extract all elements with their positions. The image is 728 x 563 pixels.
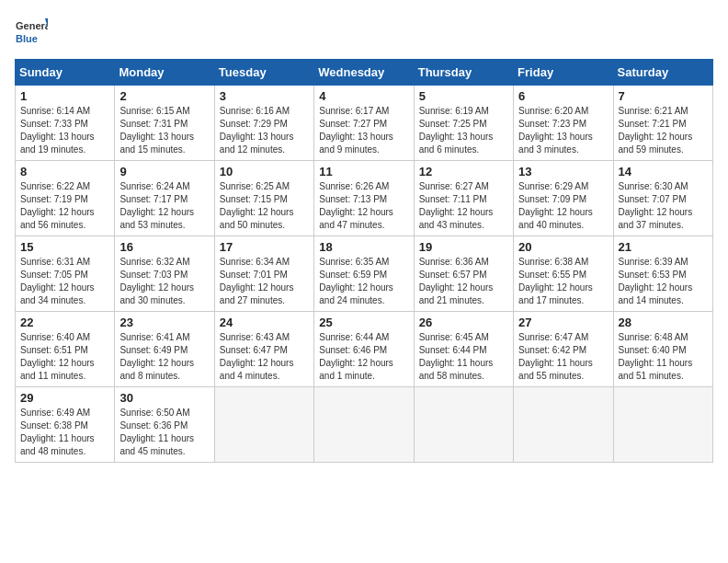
svg-text:General: General (16, 20, 48, 31)
week-row-1: 1Sunrise: 6:14 AM Sunset: 7:33 PM Daylig… (16, 86, 713, 161)
day-cell (314, 387, 414, 463)
day-number: 20 (518, 240, 608, 254)
day-number: 8 (20, 165, 109, 178)
day-info: Sunrise: 6:34 AM Sunset: 7:01 PM Dayligh… (220, 256, 309, 307)
day-info: Sunrise: 6:24 AM Sunset: 7:17 PM Dayligh… (119, 180, 209, 232)
day-number: 6 (518, 89, 608, 103)
col-header-friday: Friday (514, 60, 613, 86)
day-cell: 14Sunrise: 6:30 AM Sunset: 7:07 PM Dayli… (613, 161, 712, 236)
day-cell: 15Sunrise: 6:31 AM Sunset: 7:05 PM Dayli… (16, 236, 115, 312)
day-cell: 20Sunrise: 6:38 AM Sunset: 6:55 PM Dayli… (514, 236, 613, 312)
day-cell: 26Sunrise: 6:45 AM Sunset: 6:44 PM Dayli… (414, 312, 513, 387)
day-info: Sunrise: 6:22 AM Sunset: 7:19 PM Dayligh… (20, 180, 109, 232)
day-info: Sunrise: 6:35 AM Sunset: 6:59 PM Dayligh… (319, 256, 408, 307)
day-number: 3 (220, 89, 309, 103)
day-info: Sunrise: 6:25 AM Sunset: 7:15 PM Dayligh… (220, 180, 309, 232)
day-info: Sunrise: 6:29 AM Sunset: 7:09 PM Dayligh… (518, 180, 608, 232)
day-number: 2 (119, 89, 209, 103)
day-number: 13 (518, 165, 608, 178)
day-info: Sunrise: 6:32 AM Sunset: 7:03 PM Dayligh… (119, 256, 209, 307)
day-cell (414, 387, 513, 463)
day-info: Sunrise: 6:15 AM Sunset: 7:31 PM Dayligh… (119, 105, 209, 156)
day-cell: 5Sunrise: 6:19 AM Sunset: 7:25 PM Daylig… (414, 86, 513, 161)
day-cell: 25Sunrise: 6:44 AM Sunset: 6:46 PM Dayli… (314, 312, 414, 387)
day-cell: 11Sunrise: 6:26 AM Sunset: 7:13 PM Dayli… (314, 161, 414, 236)
day-cell: 22Sunrise: 6:40 AM Sunset: 6:51 PM Dayli… (16, 312, 115, 387)
week-row-4: 22Sunrise: 6:40 AM Sunset: 6:51 PM Dayli… (16, 312, 713, 387)
day-cell: 17Sunrise: 6:34 AM Sunset: 7:01 PM Dayli… (214, 236, 313, 312)
day-cell: 27Sunrise: 6:47 AM Sunset: 6:42 PM Dayli… (514, 312, 613, 387)
day-number: 5 (419, 89, 508, 103)
day-info: Sunrise: 6:21 AM Sunset: 7:21 PM Dayligh… (619, 105, 708, 156)
day-number: 29 (20, 391, 109, 405)
day-cell: 7Sunrise: 6:21 AM Sunset: 7:21 PM Daylig… (613, 86, 712, 161)
day-cell: 21Sunrise: 6:39 AM Sunset: 6:53 PM Dayli… (613, 236, 712, 312)
day-number: 19 (419, 240, 508, 254)
day-info: Sunrise: 6:16 AM Sunset: 7:29 PM Dayligh… (220, 105, 309, 156)
calendar-header-row: SundayMondayTuesdayWednesdayThursdayFrid… (16, 60, 713, 86)
day-info: Sunrise: 6:48 AM Sunset: 6:40 PM Dayligh… (619, 331, 708, 383)
col-header-wednesday: Wednesday (314, 60, 414, 86)
day-number: 4 (319, 89, 408, 103)
day-info: Sunrise: 6:43 AM Sunset: 6:47 PM Dayligh… (220, 331, 309, 383)
day-info: Sunrise: 6:30 AM Sunset: 7:07 PM Dayligh… (619, 180, 708, 232)
day-cell: 4Sunrise: 6:17 AM Sunset: 7:27 PM Daylig… (314, 86, 414, 161)
day-info: Sunrise: 6:44 AM Sunset: 6:46 PM Dayligh… (319, 331, 408, 383)
day-info: Sunrise: 6:40 AM Sunset: 6:51 PM Dayligh… (20, 331, 109, 383)
day-number: 16 (119, 240, 209, 254)
day-cell: 23Sunrise: 6:41 AM Sunset: 6:49 PM Dayli… (115, 312, 214, 387)
day-number: 30 (119, 391, 209, 405)
day-number: 7 (619, 89, 708, 103)
day-info: Sunrise: 6:39 AM Sunset: 6:53 PM Dayligh… (619, 256, 708, 307)
day-cell: 8Sunrise: 6:22 AM Sunset: 7:19 PM Daylig… (16, 161, 115, 236)
day-cell: 13Sunrise: 6:29 AM Sunset: 7:09 PM Dayli… (514, 161, 613, 236)
day-cell: 10Sunrise: 6:25 AM Sunset: 7:15 PM Dayli… (214, 161, 313, 236)
day-number: 14 (619, 165, 708, 178)
day-number: 23 (119, 316, 209, 329)
calendar-table: SundayMondayTuesdayWednesdayThursdayFrid… (15, 59, 713, 463)
svg-text:Blue: Blue (16, 33, 38, 44)
day-cell (214, 387, 313, 463)
day-cell: 12Sunrise: 6:27 AM Sunset: 7:11 PM Dayli… (414, 161, 513, 236)
day-info: Sunrise: 6:17 AM Sunset: 7:27 PM Dayligh… (319, 105, 408, 156)
day-cell: 9Sunrise: 6:24 AM Sunset: 7:17 PM Daylig… (115, 161, 214, 236)
day-info: Sunrise: 6:41 AM Sunset: 6:49 PM Dayligh… (119, 331, 209, 383)
day-cell: 2Sunrise: 6:15 AM Sunset: 7:31 PM Daylig… (115, 86, 214, 161)
day-number: 22 (20, 316, 109, 329)
day-info: Sunrise: 6:19 AM Sunset: 7:25 PM Dayligh… (419, 105, 508, 156)
day-info: Sunrise: 6:27 AM Sunset: 7:11 PM Dayligh… (419, 180, 508, 232)
day-number: 24 (220, 316, 309, 329)
day-number: 28 (619, 316, 708, 329)
page-header: General Blue (15, 15, 713, 48)
day-info: Sunrise: 6:47 AM Sunset: 6:42 PM Dayligh… (518, 331, 608, 383)
day-number: 17 (220, 240, 309, 254)
week-row-3: 15Sunrise: 6:31 AM Sunset: 7:05 PM Dayli… (16, 236, 713, 312)
day-info: Sunrise: 6:31 AM Sunset: 7:05 PM Dayligh… (20, 256, 109, 307)
day-info: Sunrise: 6:38 AM Sunset: 6:55 PM Dayligh… (518, 256, 608, 307)
day-number: 26 (419, 316, 508, 329)
day-info: Sunrise: 6:26 AM Sunset: 7:13 PM Dayligh… (319, 180, 408, 232)
day-info: Sunrise: 6:20 AM Sunset: 7:23 PM Dayligh… (518, 105, 608, 156)
day-cell: 24Sunrise: 6:43 AM Sunset: 6:47 PM Dayli… (214, 312, 313, 387)
logo-svg: General Blue (15, 15, 48, 48)
logo: General Blue (15, 15, 48, 48)
col-header-tuesday: Tuesday (214, 60, 313, 86)
week-row-2: 8Sunrise: 6:22 AM Sunset: 7:19 PM Daylig… (16, 161, 713, 236)
day-cell: 30Sunrise: 6:50 AM Sunset: 6:36 PM Dayli… (115, 387, 214, 463)
day-number: 1 (20, 89, 109, 103)
day-cell: 29Sunrise: 6:49 AM Sunset: 6:38 PM Dayli… (16, 387, 115, 463)
day-number: 25 (319, 316, 408, 329)
day-number: 12 (419, 165, 508, 178)
day-cell (514, 387, 613, 463)
day-number: 11 (319, 165, 408, 178)
day-cell: 16Sunrise: 6:32 AM Sunset: 7:03 PM Dayli… (115, 236, 214, 312)
day-cell: 6Sunrise: 6:20 AM Sunset: 7:23 PM Daylig… (514, 86, 613, 161)
day-cell: 1Sunrise: 6:14 AM Sunset: 7:33 PM Daylig… (16, 86, 115, 161)
day-info: Sunrise: 6:36 AM Sunset: 6:57 PM Dayligh… (419, 256, 508, 307)
col-header-monday: Monday (115, 60, 214, 86)
day-cell: 28Sunrise: 6:48 AM Sunset: 6:40 PM Dayli… (613, 312, 712, 387)
day-number: 9 (119, 165, 209, 178)
day-number: 15 (20, 240, 109, 254)
day-cell: 18Sunrise: 6:35 AM Sunset: 6:59 PM Dayli… (314, 236, 414, 312)
day-info: Sunrise: 6:45 AM Sunset: 6:44 PM Dayligh… (419, 331, 508, 383)
